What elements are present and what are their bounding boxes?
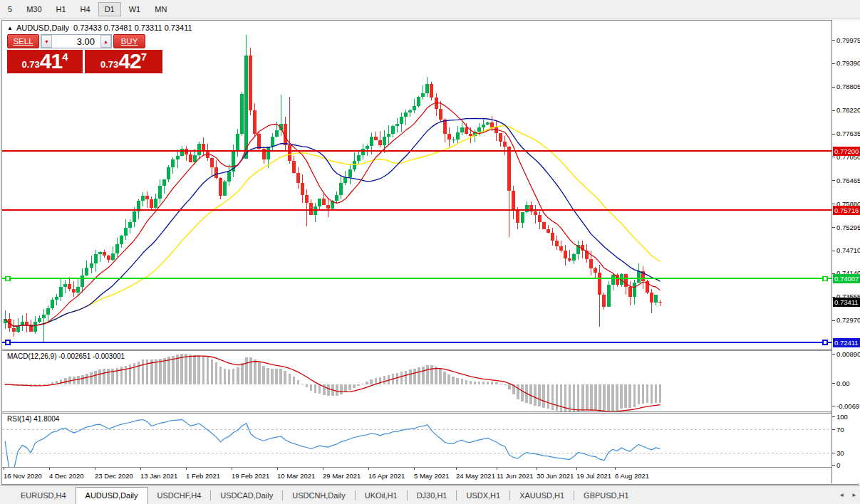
time-axis-label: 24 May 2021	[456, 472, 495, 480]
time-axis-label: 5 May 2021	[414, 472, 450, 480]
hline-0.72411[interactable]	[2, 342, 831, 343]
time-axis-label: 6 Aug 2021	[615, 472, 649, 480]
time-axis-label: 11 Jun 2021	[497, 472, 534, 480]
price-axis-label: 0.77635	[836, 130, 860, 137]
time-axis-label: 19 Feb 2021	[232, 472, 269, 480]
buy-price-prefix: 0.73	[100, 59, 118, 72]
slow-ma-line	[5, 126, 660, 326]
price-tick	[832, 157, 835, 157]
price-tick	[832, 251, 835, 251]
price-axis-label: 0.78805	[836, 83, 860, 90]
macd-pane[interactable]	[2, 351, 831, 411]
rsi-pane[interactable]	[2, 414, 831, 467]
time-axis-label: 10 Mar 2021	[277, 472, 315, 480]
volume-decrease-button[interactable]: ▼	[41, 35, 52, 48]
rsi-label: RSI(14) 41.8004	[7, 415, 59, 423]
macd-label: MACD(12,26,9) -0.002651 -0.003001	[7, 352, 125, 360]
sell-button[interactable]: SELL	[7, 34, 39, 48]
rsi-tick	[832, 416, 835, 417]
macd-tick	[832, 354, 835, 355]
macd-axis-label: 0.00	[836, 379, 850, 387]
time-axis-label: 30 Jun 2021	[537, 472, 574, 480]
tab-ukoil-h1[interactable]: UKOil,H1	[356, 488, 407, 504]
hline-0.77200[interactable]	[2, 150, 831, 152]
rsi-axis-label: 30	[836, 449, 844, 457]
tab-eurusd-h4[interactable]: EURUSD,H4	[11, 488, 76, 504]
tab-usdcad-daily[interactable]: USDCAD,Daily	[211, 488, 282, 504]
sell-quote[interactable]: 0.73 41 4	[7, 50, 83, 73]
buy-quote[interactable]: 0.73 42 7	[85, 50, 162, 73]
hline-0.74007[interactable]	[2, 278, 831, 279]
time-axis-label: 29 Mar 2021	[323, 472, 361, 480]
timeframe-button-5[interactable]: 5	[1, 2, 19, 16]
ohlc-values: 0.73433 0.73481 0.73311 0.73411	[73, 23, 192, 32]
chart-title: ▲AUDUSD,Daily 0.73433 0.73481 0.73311 0.…	[7, 23, 192, 32]
buy-button[interactable]: BUY	[113, 34, 145, 48]
rsi-tick	[832, 429, 835, 430]
timeframe-button-m30[interactable]: M30	[20, 2, 48, 16]
sell-price-digits: 41	[40, 51, 62, 72]
price-axis-label: 0.75295	[836, 224, 860, 231]
macd-tick	[832, 406, 835, 406]
hline-price-badge: 0.74007	[833, 274, 860, 283]
tab-usdcnh-daily[interactable]: USDCNH,Daily	[283, 488, 355, 504]
buy-price-pip: 7	[141, 50, 147, 63]
tab-dj30-h1[interactable]: DJ30,H1	[408, 488, 457, 504]
time-axis-label: 4 Dec 2020	[49, 472, 84, 480]
one-click-trade-panel: SELL ▼ 3.00 ▲ BUY 0.73 41 4 0.73 42 7	[7, 34, 162, 73]
rsi-value: 41.8004	[33, 415, 59, 423]
macd-axis-label: -0.00697	[836, 402, 860, 410]
rsi-tick	[832, 453, 835, 453]
chart-bottom-border	[2, 467, 831, 468]
tab-audusd-daily[interactable]: AUDUSD,Daily	[76, 487, 148, 504]
macd-values: -0.002651 -0.003001	[58, 352, 125, 360]
timeframe-button-h4[interactable]: H4	[74, 2, 97, 16]
rsi-axis-label: 100	[836, 413, 848, 421]
tab-gbpusd-h1[interactable]: GBPUSD,H1	[574, 488, 638, 504]
price-tick	[832, 134, 835, 135]
macd-axis-label: 0.008903	[836, 350, 860, 358]
volume-input[interactable]: 3.00	[52, 35, 100, 48]
price-tick	[832, 227, 835, 228]
price-axis-label: 0.74710	[836, 246, 860, 254]
tabs-scroll-left-icon[interactable]: ◄	[839, 492, 844, 498]
rsi-axis-label: 70	[836, 426, 844, 434]
sell-price-pip: 4	[62, 50, 68, 63]
time-axis-label: 13 Jan 2021	[140, 472, 177, 480]
tab-usdchf-h4[interactable]: USDCHF,H4	[148, 488, 211, 504]
tabs-scroll-right-icon[interactable]: ►	[851, 492, 857, 498]
timeframe-button-d1[interactable]: D1	[98, 2, 121, 16]
price-tick	[832, 180, 835, 181]
timeframe-button-w1[interactable]: W1	[123, 2, 147, 16]
mid-ma-line	[5, 118, 660, 326]
macd-tick	[832, 383, 835, 384]
tab-usdx-h1[interactable]: USDX,H1	[457, 488, 509, 504]
price-axis-label: 0.79975	[836, 36, 860, 44]
pane-splitter[interactable]	[2, 349, 831, 351]
pane-splitter[interactable]	[2, 411, 831, 414]
time-axis-label: 1 Feb 2021	[186, 472, 220, 480]
timeframe-toolbar: 5M30H1H4D1W1MN	[0, 0, 860, 19]
price-tick	[832, 320, 835, 321]
price-axis: 0.799750.793900.788050.782200.776350.770…	[831, 20, 860, 483]
price-axis-label: 0.79390	[836, 59, 860, 67]
hline-0.75716[interactable]	[2, 209, 831, 211]
price-tick	[832, 110, 835, 111]
hline-price-badge: 0.77200	[833, 147, 860, 156]
time-axis-label: 23 Dec 2020	[95, 472, 133, 480]
price-tick	[832, 63, 835, 64]
tab-xauusd-h1[interactable]: XAUUSD,H1	[510, 488, 574, 504]
time-axis: 16 Nov 20204 Dec 202023 Dec 202013 Jan 2…	[2, 467, 831, 483]
price-axis-label: 0.72970	[836, 316, 860, 324]
timeframe-button-h1[interactable]: H1	[50, 2, 73, 16]
volume-increase-button[interactable]: ▲	[100, 35, 111, 48]
price-tick	[832, 40, 835, 41]
rsi-axis-label: 0	[836, 461, 840, 469]
trading-app: 5M30H1H4D1W1MN ▲AUDUSD,Daily 0.73433 0.7…	[0, 0, 860, 504]
expand-icon[interactable]: ▲	[7, 25, 13, 31]
rsi-tick	[832, 465, 835, 466]
current-price-badge: 0.73411	[833, 298, 860, 307]
price-tick	[832, 87, 835, 88]
hline-price-badge: 0.72411	[833, 338, 860, 347]
timeframe-button-mn[interactable]: MN	[148, 2, 173, 16]
